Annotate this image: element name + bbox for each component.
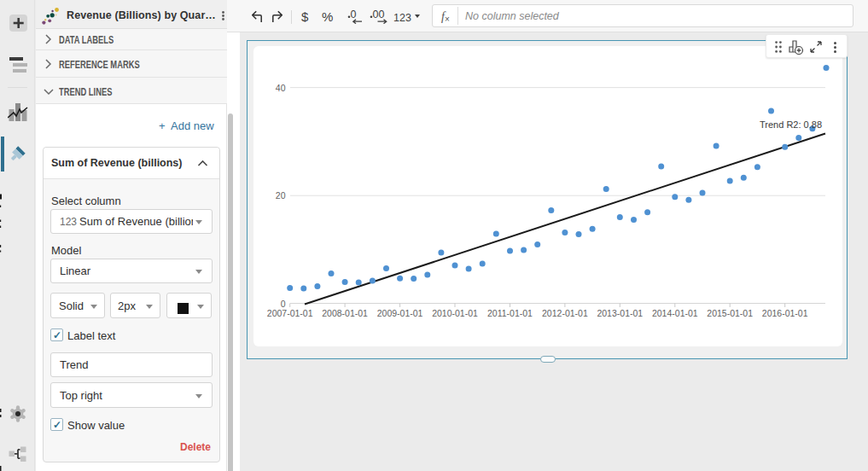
svg-text:00: 00 [373, 9, 385, 20]
svg-text:0: 0 [351, 9, 357, 20]
